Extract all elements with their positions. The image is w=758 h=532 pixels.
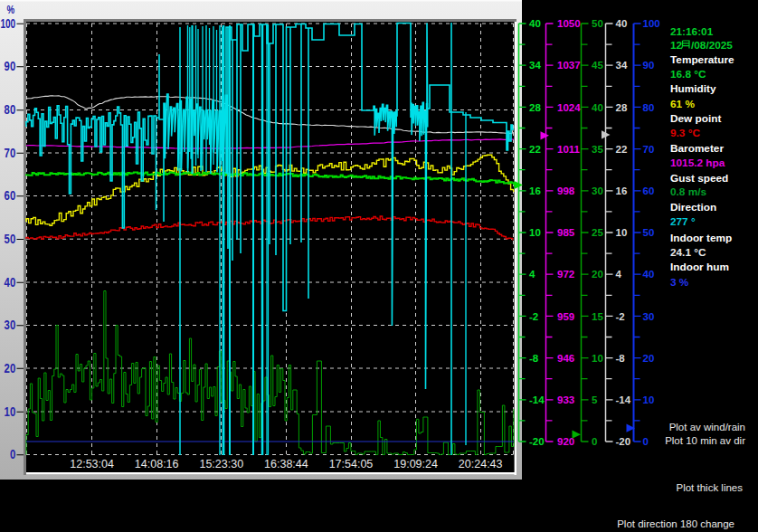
svg-text:972: 972: [557, 269, 574, 280]
svg-text:80: 80: [643, 102, 655, 113]
svg-text:12: 12: [670, 39, 683, 52]
svg-text:20: 20: [5, 361, 16, 375]
svg-text:80: 80: [5, 102, 16, 117]
svg-text:Direction: Direction: [670, 201, 716, 214]
svg-text:10: 10: [616, 227, 628, 238]
svg-text:22: 22: [529, 144, 541, 155]
svg-text:20:24:43: 20:24:43: [459, 458, 503, 470]
svg-text:60: 60: [5, 188, 16, 203]
svg-text:Indoor temp: Indoor temp: [670, 232, 732, 244]
svg-text:30: 30: [592, 185, 603, 196]
svg-text:70: 70: [5, 146, 16, 160]
svg-text:277 °: 277 °: [670, 215, 696, 228]
svg-text:0: 0: [10, 447, 15, 461]
svg-text:1050: 1050: [557, 18, 581, 29]
svg-text:10: 10: [643, 394, 655, 405]
svg-text:0.8 m/s: 0.8 m/s: [670, 185, 706, 198]
svg-text:4: 4: [616, 269, 622, 280]
svg-text:-14: -14: [529, 394, 545, 405]
svg-text:35: 35: [592, 144, 603, 155]
svg-text:-2: -2: [529, 311, 538, 322]
svg-text:17:54:05: 17:54:05: [329, 458, 374, 470]
svg-text:-20: -20: [529, 436, 545, 447]
svg-text:28: 28: [529, 102, 541, 113]
svg-text:50: 50: [592, 18, 603, 29]
svg-text:60: 60: [643, 185, 655, 196]
svg-text:-20: -20: [616, 436, 631, 447]
svg-text:34: 34: [529, 60, 541, 71]
svg-text:30: 30: [5, 318, 16, 332]
svg-text:1024: 1024: [557, 102, 581, 113]
svg-text:998: 998: [557, 185, 575, 196]
svg-text:920: 920: [557, 436, 574, 447]
svg-text:Gust speed: Gust speed: [670, 172, 728, 185]
svg-text:Plot 10 min av dir: Plot 10 min av dir: [665, 435, 745, 446]
svg-text:12:53:04: 12:53:04: [70, 458, 114, 470]
svg-text:45: 45: [592, 60, 603, 71]
svg-text:20: 20: [643, 353, 655, 364]
svg-text:22: 22: [616, 144, 628, 155]
svg-text:40: 40: [529, 18, 541, 29]
svg-text:10: 10: [592, 353, 603, 364]
svg-text:-2: -2: [616, 311, 625, 322]
svg-text:40: 40: [5, 275, 16, 290]
svg-text:50: 50: [5, 232, 16, 246]
svg-text:40: 40: [592, 102, 603, 113]
svg-text:100: 100: [0, 16, 15, 31]
svg-text:985: 985: [557, 227, 575, 238]
svg-text:21:16:01: 21:16:01: [670, 25, 714, 38]
svg-text:-8: -8: [616, 353, 626, 364]
svg-text:933: 933: [557, 394, 574, 405]
svg-text:4: 4: [529, 269, 535, 280]
svg-text:0: 0: [643, 436, 649, 447]
svg-text:34: 34: [616, 60, 628, 71]
svg-text:90: 90: [643, 60, 655, 71]
svg-text:-14: -14: [616, 394, 631, 405]
svg-text:10: 10: [5, 404, 16, 419]
svg-text:70: 70: [643, 144, 655, 155]
svg-text:25: 25: [592, 227, 603, 238]
svg-text:Temperature: Temperature: [670, 53, 734, 66]
svg-text:Humidity: Humidity: [670, 82, 716, 95]
svg-text:1015.2 hpa: 1015.2 hpa: [670, 157, 725, 169]
svg-text:959: 959: [557, 311, 574, 322]
svg-text:Barometer: Barometer: [670, 142, 724, 155]
svg-text:24.1 °C: 24.1 °C: [670, 246, 706, 259]
svg-text:%: %: [7, 3, 15, 16]
svg-text:28: 28: [616, 102, 628, 113]
svg-text:40: 40: [616, 18, 628, 29]
svg-text:946: 946: [557, 353, 574, 364]
svg-text:0: 0: [592, 436, 597, 447]
svg-text:16:38:44: 16:38:44: [264, 458, 308, 470]
svg-text:30: 30: [643, 311, 655, 322]
svg-text:15: 15: [592, 311, 603, 322]
svg-text:50: 50: [643, 227, 655, 238]
svg-text:/08/2025: /08/2025: [691, 39, 733, 52]
svg-text:16: 16: [529, 185, 541, 196]
svg-text:90: 90: [5, 59, 16, 73]
svg-text:5: 5: [592, 394, 598, 405]
svg-text:61 %: 61 %: [670, 98, 695, 110]
svg-text:15:23:30: 15:23:30: [199, 458, 243, 470]
svg-text:9.3 °C: 9.3 °C: [670, 127, 700, 139]
svg-text:Indoor hum: Indoor hum: [670, 261, 729, 273]
svg-text:20: 20: [592, 269, 603, 280]
svg-text:Plot direction 180 change: Plot direction 180 change: [617, 518, 734, 529]
svg-text:16.8 °C: 16.8 °C: [670, 68, 706, 81]
svg-text:14:08:16: 14:08:16: [135, 458, 179, 470]
svg-text:100: 100: [643, 18, 660, 29]
svg-text:Plot av wind/rain: Plot av wind/rain: [669, 422, 745, 432]
svg-text:1037: 1037: [557, 60, 581, 71]
svg-text:Plot thick lines: Plot thick lines: [676, 482, 743, 493]
svg-text:16: 16: [616, 185, 628, 196]
svg-text:1011: 1011: [557, 144, 581, 155]
svg-text:Dew point: Dew point: [670, 112, 721, 125]
svg-text:10: 10: [529, 227, 541, 238]
svg-text:40: 40: [643, 269, 655, 280]
svg-text:3 %: 3 %: [670, 276, 689, 289]
svg-text:-8: -8: [529, 353, 539, 364]
svg-text:19:09:24: 19:09:24: [393, 458, 438, 470]
